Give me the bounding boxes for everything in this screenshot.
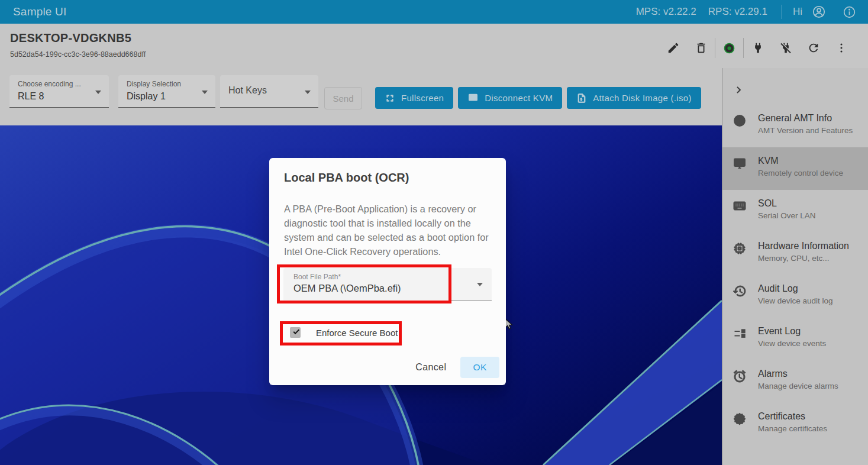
sidebar-item-title: Certificates [758, 411, 827, 422]
disconnect-kvm-button-label: Disconnect KVM [485, 93, 553, 103]
sidebar-item-subtitle: Memory, CPU, etc... [758, 254, 849, 263]
sidebar-item-subtitle: View device audit log [758, 296, 833, 305]
status-connected-icon [715, 41, 743, 55]
app-window: Sample UI MPS: v2.22.2 RPS: v2.29.1 Hi [0, 0, 868, 465]
divider [782, 5, 782, 19]
sidebar-item-title: Alarms [758, 369, 838, 379]
disconnect-kvm-button[interactable]: Disconnect KVM [458, 87, 562, 109]
enforce-secure-boot-checkbox[interactable] [290, 327, 301, 338]
sidebar-item-title: General AMT Info [758, 113, 853, 124]
sidebar-nav: General AMT Info AMT Version and Feature… [722, 105, 868, 445]
chevron-right-icon[interactable] [733, 82, 748, 98]
enforce-secure-boot-row[interactable]: Enforce Secure Boot [290, 327, 398, 338]
chevron-down-icon [202, 91, 208, 94]
history-icon [733, 284, 747, 318]
fullscreen-button[interactable]: Fullscreen [375, 87, 453, 109]
monitor-off-icon [467, 92, 479, 104]
chevron-down-icon [305, 91, 311, 94]
sidebar-item-title: Hardware Information [758, 241, 849, 251]
enforce-secure-boot-label: Enforce Secure Boot [316, 328, 398, 338]
send-button[interactable]: Send [324, 87, 362, 109]
sidebar-item-title: KVM [758, 156, 843, 166]
sidebar-item-title: Audit Log [758, 283, 833, 294]
device-actions [659, 35, 855, 60]
sidebar-item-sol[interactable]: SOL Serial Over LAN [722, 190, 868, 233]
more-vert-icon[interactable] [827, 41, 855, 54]
device-header: DESKTOP-VDGKNB5 5d52da54-199c-cc3c-3e96-… [0, 24, 868, 68]
feature-sidebar: General AMT Info AMT Version and Feature… [722, 68, 868, 465]
sidebar-item-event-log[interactable]: Event Log View device events [722, 318, 868, 360]
edit-icon[interactable] [659, 41, 687, 54]
sidebar-item-subtitle: AMT Version and Features [758, 126, 853, 135]
sidebar-item-subtitle: Manage certificates [758, 424, 827, 433]
upload-file-icon [576, 93, 587, 104]
boot-file-path-select[interactable]: Boot File Path* OEM PBA (\OemPba.efi) [283, 268, 492, 301]
info-icon [733, 114, 747, 147]
fullscreen-button-label: Fullscreen [401, 93, 444, 103]
display-select-label: Display Selection [127, 80, 198, 88]
dialog-title: Local PBA boot (OCR) [284, 171, 409, 185]
sidebar-item-subtitle: Serial Over LAN [758, 211, 816, 220]
info-icon[interactable] [843, 5, 856, 19]
dialog-actions: Cancel OK [406, 357, 499, 378]
display-select-value: Display 1 [127, 91, 198, 102]
check-icon [293, 328, 300, 334]
cancel-button[interactable]: Cancel [406, 357, 456, 377]
hotkeys-select[interactable]: Hot Keys [220, 75, 318, 108]
device-name: DESKTOP-VDGKNB5 [10, 31, 131, 45]
plug-off-icon[interactable] [772, 41, 799, 54]
display-select[interactable]: Display Selection Display 1 [118, 75, 215, 108]
sidebar-item-title: SOL [758, 198, 816, 209]
monitor-icon [733, 156, 747, 190]
app-bar: Sample UI MPS: v2.22.2 RPS: v2.29.1 Hi [0, 0, 868, 24]
memory-icon [733, 241, 747, 275]
account-icon[interactable] [812, 5, 826, 19]
plug-icon[interactable] [744, 41, 772, 54]
fullscreen-icon [385, 93, 395, 104]
event-list-icon [733, 327, 747, 360]
sidebar-item-audit-log[interactable]: Audit Log View device audit log [722, 275, 868, 318]
app-title: Sample UI [13, 5, 67, 18]
ok-button[interactable]: OK [460, 357, 499, 378]
sidebar-item-hardware-information[interactable]: Hardware Information Memory, CPU, etc... [722, 233, 868, 275]
greeting-label: Hi [793, 6, 802, 18]
chevron-down-icon [477, 283, 483, 286]
local-pba-boot-dialog: Local PBA boot (OCR) A PBA (Pre-Boot App… [269, 158, 506, 385]
encoding-select-value: RLE 8 [18, 91, 91, 102]
rps-version-label: RPS: v2.29.1 [708, 6, 767, 18]
mps-version-label: MPS: v2.22.2 [636, 6, 696, 18]
chevron-down-icon [95, 91, 101, 94]
attach-disk-image-button-label: Attach Disk Image (.iso) [593, 93, 691, 103]
refresh-icon[interactable] [799, 41, 827, 54]
sidebar-item-kvm[interactable]: KVM Remotely control device [722, 147, 868, 190]
attach-disk-image-button[interactable]: Attach Disk Image (.iso) [567, 87, 701, 109]
device-guid: 5d52da54-199c-cc3c-3e96-88aedd668dff [10, 50, 146, 59]
sidebar-item-title: Event Log [758, 326, 826, 337]
boot-file-path-value: OEM PBA (\OemPba.efi) [293, 283, 401, 294]
sidebar-item-subtitle: View device events [758, 339, 826, 348]
alarm-icon [733, 369, 747, 403]
encoding-select-label: Choose encoding ... [18, 80, 91, 88]
boot-file-path-label: Boot File Path* [293, 273, 341, 281]
sidebar-item-certificates[interactable]: Certificates Manage certificates [722, 403, 868, 445]
verified-icon [733, 412, 747, 445]
sidebar-item-subtitle: Remotely control device [758, 169, 843, 177]
hotkeys-select-label: Hot Keys [228, 80, 301, 96]
kvm-toolbar: Choose encoding ... RLE 8 Display Select… [0, 68, 722, 125]
encoding-select[interactable]: Choose encoding ... RLE 8 [9, 75, 109, 108]
sidebar-item-general-amt-info[interactable]: General AMT Info AMT Version and Feature… [722, 105, 868, 147]
sidebar-item-alarms[interactable]: Alarms Manage device alarms [722, 360, 868, 403]
delete-icon[interactable] [687, 41, 715, 54]
keyboard-icon [733, 199, 747, 233]
sidebar-item-subtitle: Manage device alarms [758, 382, 838, 390]
dialog-description: A PBA (Pre-Boot Application) is a recove… [284, 202, 492, 259]
